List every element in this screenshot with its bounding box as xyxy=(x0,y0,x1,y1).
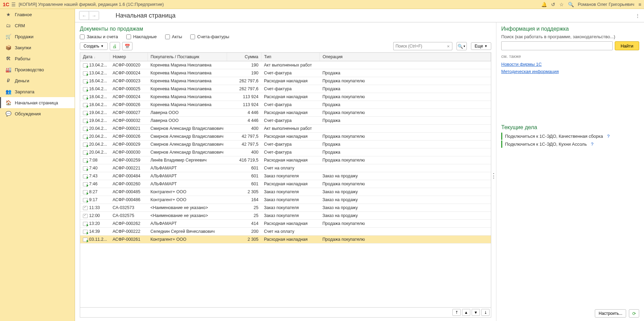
cell-type: Акт выполненных работ xyxy=(261,125,320,133)
cell-buyer: <Наименование не указано> xyxy=(148,212,227,220)
filter-invoices[interactable]: Счета-фактуры xyxy=(190,34,229,39)
sidebar-item-label: Деньги xyxy=(15,78,29,83)
search-icon[interactable]: 🔍 xyxy=(568,2,574,7)
table-row[interactable]: 19.04.2...АСФР-000032Лаверна ООО4 446Сче… xyxy=(80,117,491,125)
table-row[interactable]: 8:27АСФР-000485Контрагент+ ООО2 305Заказ… xyxy=(80,188,491,196)
cell-date: 7:43 xyxy=(89,174,97,178)
nav-forward-button[interactable]: → xyxy=(89,11,99,20)
panel-resize-icon[interactable]: ⋮ xyxy=(491,172,496,179)
table-row[interactable]: 03.11.2...АСФР-000261Контрагент+ ООО2 30… xyxy=(80,236,491,244)
table-row[interactable]: 20.04.2...АСФР-000030Смирнов Александр В… xyxy=(80,148,491,156)
cell-number: АСФР-000029 xyxy=(110,141,148,148)
cell-number: АСФР-000024 xyxy=(110,93,148,101)
table-row[interactable]: 20.04.2...АСФР-000026Смирнов Александр В… xyxy=(80,133,491,141)
find-button[interactable]: Найти xyxy=(615,41,639,50)
sidebar-item-9[interactable]: 💬Обсуждения xyxy=(0,108,75,119)
table-row[interactable]: 18.04.2...АСФР-000024Коренева Марина Ник… xyxy=(80,93,491,101)
table-row[interactable]: 16.04.2...АСФР-000023Коренева Марина Ник… xyxy=(80,77,491,85)
more-button[interactable]: Еще▼ xyxy=(471,42,491,50)
table-row[interactable]: 7:46АСФР-000260АЛЬФАМАРТ601Расходная нак… xyxy=(80,180,491,188)
cell-buyer: <Наименование не указано> xyxy=(148,204,227,212)
col-sum[interactable]: Сумма xyxy=(227,53,261,61)
cell-operation: Продажа покупателю xyxy=(320,77,491,85)
cell-type: Расходная накладная xyxy=(261,93,320,101)
table-row[interactable]: 7:40АСФР-000221АЛЬФАМАРТ601Счет на оплат… xyxy=(80,164,491,172)
task-item[interactable]: Подключиться к 1С-ЭДО, Кухни Ассоль? xyxy=(501,141,639,148)
burger-icon[interactable]: ☰ xyxy=(11,2,16,7)
menu-icon[interactable]: ≡ xyxy=(638,2,641,7)
documents-table[interactable]: Дата↓ Номер Покупатель / Поставщик Сумма… xyxy=(80,52,491,308)
sidebar-item-8[interactable]: 🏠Начальная страница xyxy=(0,97,75,108)
refresh-button[interactable]: ⟳ xyxy=(629,309,639,318)
scroll-top-button[interactable]: ⤒ xyxy=(452,309,461,316)
table-row[interactable]: 7:08АСФР-000259Линёв Владимир Сергеевич4… xyxy=(80,156,491,164)
print-button[interactable]: 🖨 xyxy=(110,42,120,50)
adv-search-button[interactable]: 🔍▼ xyxy=(457,42,467,50)
col-number[interactable]: Номер xyxy=(110,53,148,61)
col-date[interactable]: Дата↓ xyxy=(80,53,110,61)
cell-buyer: АЛЬФАМАРТ xyxy=(148,164,227,172)
doc-status-icon xyxy=(83,79,88,83)
current-user[interactable]: Романов Олег Григорьевич xyxy=(578,2,634,7)
scroll-bottom-button[interactable]: ⤓ xyxy=(481,309,490,316)
info-search-input[interactable] xyxy=(501,41,613,50)
link-method[interactable]: Методическая информация xyxy=(501,69,639,74)
table-row[interactable]: 9:17АСФР-000486Контрагент+ ООО164Заказ п… xyxy=(80,196,491,204)
table-row[interactable]: 20.04.2...АСФР-000021Смирнов Александр В… xyxy=(80,125,491,133)
cell-date: 12:00 xyxy=(89,213,100,218)
cell-operation: Продажа покупателю xyxy=(320,93,491,101)
calendar-button[interactable]: 📅 xyxy=(122,42,132,50)
search-input[interactable] xyxy=(393,42,445,50)
create-button[interactable]: Создать▼ xyxy=(80,42,108,50)
scroll-down-button[interactable]: ▼ xyxy=(472,309,480,316)
table-row[interactable]: 19.04.2...АСФР-000027Лаверна ООО4 446Рас… xyxy=(80,109,491,117)
kebab-icon[interactable]: ⋮ xyxy=(635,13,640,18)
filter-orders[interactable]: Заказы и счета xyxy=(80,34,118,39)
doc-status-icon xyxy=(83,103,88,107)
scroll-up-button[interactable]: ▲ xyxy=(462,309,470,316)
table-row[interactable]: 16.04.2...АСФР-000025Коренева Марина Ник… xyxy=(80,85,491,93)
col-operation[interactable]: Операция xyxy=(320,53,491,61)
cell-type: Расходная накладная xyxy=(261,180,320,188)
table-row[interactable]: 14:39АСФР-000222Селедкин Сергей Вячеслав… xyxy=(80,228,491,236)
sidebar-item-2[interactable]: 🛒Продажи xyxy=(0,31,75,42)
table-row[interactable]: 11:33СА-032573<Наименование не указано>2… xyxy=(80,204,491,212)
sidebar-item-6[interactable]: ₽Деньги xyxy=(0,75,75,86)
help-icon[interactable]: ? xyxy=(607,134,610,139)
filter-acts[interactable]: Акты xyxy=(165,34,182,39)
nav-back-button[interactable]: ← xyxy=(79,11,89,20)
link-news[interactable]: Новости фирмы 1С xyxy=(501,62,639,67)
col-buyer[interactable]: Покупатель / Поставщик xyxy=(148,53,227,61)
sidebar-item-0[interactable]: ★Главное xyxy=(0,9,75,20)
table-row[interactable]: 7:43АСФР-000484АЛЬФАМАРТ601Заказ покупат… xyxy=(80,172,491,180)
table-row[interactable]: 20.04.2...АСФР-000029Смирнов Александр В… xyxy=(80,141,491,148)
search-clear-button[interactable]: × xyxy=(445,42,452,50)
sidebar-item-4[interactable]: 🛠Работы xyxy=(0,53,75,64)
sidebar-icon: 👥 xyxy=(5,89,11,94)
table-row[interactable]: 13.04.2...АСФР-000020Коренева Марина Ник… xyxy=(80,61,491,69)
table-row[interactable]: 18.04.2...АСФР-000026Коренева Марина Ник… xyxy=(80,101,491,109)
cell-buyer: Лаверна ООО xyxy=(148,109,227,117)
help-icon[interactable]: ? xyxy=(591,142,593,147)
cell-date: 7:08 xyxy=(89,158,97,163)
history-icon[interactable]: ↺ xyxy=(551,2,555,7)
col-type[interactable]: Тип xyxy=(261,53,320,61)
sidebar-item-7[interactable]: 👥Зарплата xyxy=(0,86,75,97)
filter-waybills[interactable]: Накладные xyxy=(126,34,157,39)
sidebar-item-1[interactable]: 🗂CRM xyxy=(0,20,75,31)
cell-sum: 25 xyxy=(227,212,261,220)
configure-button[interactable]: Настроить... xyxy=(595,309,626,318)
table-row[interactable]: 13.04.2...АСФР-000024Коренева Марина Ник… xyxy=(80,69,491,77)
table-row[interactable]: 12:00СА-032575<Наименование не указано>2… xyxy=(80,212,491,220)
sidebar-item-3[interactable]: 📦Закупки xyxy=(0,42,75,53)
cell-buyer: Коренева Марина Николаевна xyxy=(148,85,227,93)
page-title: Начальная страница xyxy=(116,12,175,19)
table-row[interactable]: 13:20АСФР-000262АЛЬФАМАРТ414Расходная на… xyxy=(80,220,491,228)
task-item[interactable]: Подключиться к 1С-ЭДО, Качественная сбор… xyxy=(501,133,639,140)
star-icon[interactable]: ☆ xyxy=(559,2,564,7)
sidebar-item-5[interactable]: 🏭Производство xyxy=(0,64,75,75)
sidebar-icon: 🏭 xyxy=(5,67,11,72)
bell-icon[interactable]: 🔔 xyxy=(541,2,547,7)
content-header: ← → Начальная страница ⋮ xyxy=(75,9,644,22)
doc-status-icon xyxy=(83,119,88,123)
